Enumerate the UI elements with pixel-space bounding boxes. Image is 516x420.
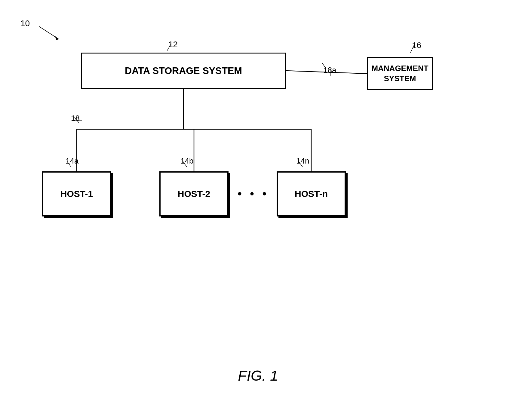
box-host-2: HOST-2 [159,171,229,216]
box-management-system: MANAGEMENTSYSTEM [367,57,433,90]
label-10: 10 [20,19,30,28]
host2-label: HOST-2 [178,189,210,199]
ellipsis-dots: • • • [238,187,269,201]
box-host-n: HOST-n [277,171,346,216]
box-host-1: HOST-1 [42,171,111,216]
diagram-container: 10 12 DATA STORAGE SYSTEM 16 MANAGEMENTS… [0,0,516,420]
management-system-label: MANAGEMENTSYSTEM [371,63,428,84]
label-14n: 14n [296,156,309,166]
label-18: 18 [71,114,80,123]
label-18a: 18a [323,66,336,75]
data-storage-label: DATA STORAGE SYSTEM [125,65,242,76]
hostn-label: HOST-n [295,189,328,199]
svg-line-0 [39,26,59,39]
label-16: 16 [412,41,421,50]
svg-marker-1 [55,36,59,40]
host1-label: HOST-1 [60,189,93,199]
label-14a: 14a [66,156,78,166]
label-14b: 14b [180,156,193,166]
figure-label: FIG. 1 [238,367,278,384]
label-12: 12 [168,40,178,49]
box-data-storage: DATA STORAGE SYSTEM [81,53,286,89]
